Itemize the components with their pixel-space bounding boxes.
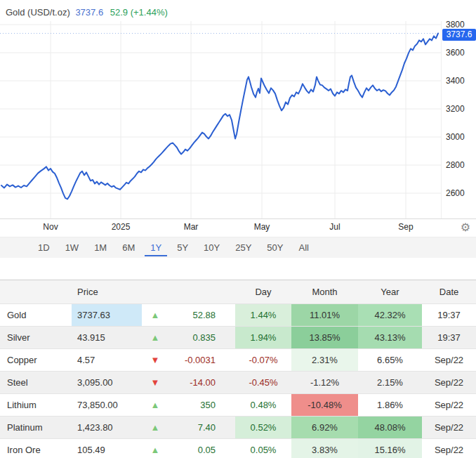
cell-year-percent: 43.13% bbox=[358, 327, 422, 349]
header-year: Year bbox=[358, 280, 422, 304]
commodities-table: Price Day Month Year Date Gold3737.63▲52… bbox=[0, 280, 476, 458]
cell-date: Sep/22 bbox=[422, 349, 476, 372]
spacer bbox=[0, 258, 476, 280]
cell-date: Sep/22 bbox=[422, 372, 476, 394]
cell-year-percent: 48.08% bbox=[358, 417, 422, 439]
table-row-platinum[interactable]: Platinum1,423.80▲7.400.52%6.92%48.08%Sep… bbox=[0, 417, 476, 439]
cell-name: Copper bbox=[0, 349, 72, 372]
header-empty bbox=[0, 280, 72, 304]
cell-month-percent: -1.12% bbox=[291, 372, 358, 394]
range-25y[interactable]: 25Y bbox=[230, 239, 257, 256]
cell-year-percent: 2.15% bbox=[358, 372, 422, 394]
range-1m[interactable]: 1M bbox=[88, 239, 112, 256]
cell-name: Platinum bbox=[0, 417, 72, 439]
header-arrow bbox=[142, 280, 168, 304]
cell-day-percent: 1.94% bbox=[235, 327, 291, 349]
chart-current-price: 3737.6 bbox=[75, 7, 103, 18]
range-1y[interactable]: 1Y bbox=[145, 239, 167, 256]
range-all[interactable]: All bbox=[293, 239, 314, 256]
cell-year-percent: 6.65% bbox=[358, 349, 422, 372]
x-axis-tick: 2025 bbox=[112, 222, 131, 232]
range-5y[interactable]: 5Y bbox=[171, 239, 194, 256]
y-axis-tick: 3600 bbox=[446, 48, 475, 58]
cell-month-percent: 11.01% bbox=[291, 304, 358, 327]
cell-date: 19:37 bbox=[422, 327, 476, 349]
range-10y[interactable]: 10Y bbox=[198, 239, 225, 256]
cell-year-percent: 15.16% bbox=[358, 439, 422, 458]
y-axis-tick: 2800 bbox=[446, 160, 475, 170]
current-price-tag: 3737.6 bbox=[442, 29, 476, 41]
cell-change: 7.40 bbox=[168, 417, 235, 439]
table-row-gold[interactable]: Gold3737.63▲52.881.44%11.01%42.32%19:37 bbox=[0, 304, 476, 327]
cell-name: Gold bbox=[0, 304, 72, 327]
header-date: Date bbox=[422, 280, 476, 304]
cell-day-percent: -0.45% bbox=[235, 372, 291, 394]
x-axis-row: Nov2025MarMayJulSep ⚙ bbox=[0, 219, 476, 237]
line-chart[interactable] bbox=[0, 0, 476, 219]
table-row-iron-ore[interactable]: Iron Ore105.49▲0.050.05%3.83%15.16%Sep/2… bbox=[0, 439, 476, 458]
x-axis-tick: Nov bbox=[43, 222, 58, 232]
range-6m[interactable]: 6M bbox=[117, 239, 140, 256]
x-axis-tick: Sep bbox=[398, 222, 413, 232]
up-arrow-icon: ▲ bbox=[142, 439, 168, 458]
header-price: Price bbox=[72, 280, 142, 304]
chart-header: Gold (USD/t.oz) 3737.6 52.9 (+1.44%) bbox=[6, 7, 172, 18]
cell-price: 105.49 bbox=[72, 439, 142, 458]
cell-year-percent: 42.32% bbox=[358, 304, 422, 327]
cell-date: Sep/22 bbox=[422, 439, 476, 458]
table-header-row: Price Day Month Year Date bbox=[0, 280, 476, 304]
cell-name: Silver bbox=[0, 327, 72, 349]
table-row-silver[interactable]: Silver43.915▲0.8351.94%13.85%43.13%19:37 bbox=[0, 327, 476, 349]
cell-change: 0.835 bbox=[168, 327, 235, 349]
cell-day-percent: 0.05% bbox=[235, 439, 291, 458]
cell-name: Iron Ore bbox=[0, 439, 72, 458]
cell-date: Sep/22 bbox=[422, 417, 476, 439]
header-month: Month bbox=[291, 280, 358, 304]
table-row-copper[interactable]: Copper4.57▼-0.0031-0.07%2.31%6.65%Sep/22 bbox=[0, 349, 476, 372]
cell-date: 19:37 bbox=[422, 304, 476, 327]
down-arrow-icon: ▼ bbox=[142, 372, 168, 394]
range-1w[interactable]: 1W bbox=[60, 239, 85, 256]
cell-price: 3,095.00 bbox=[72, 372, 142, 394]
y-axis-tick: 3200 bbox=[446, 104, 475, 114]
range-1d[interactable]: 1D bbox=[32, 239, 55, 256]
cell-change: 0.05 bbox=[168, 439, 235, 458]
x-axis-tick: Mar bbox=[184, 222, 199, 232]
y-axis-tick: 3800 bbox=[446, 20, 475, 30]
cell-date: Sep/22 bbox=[422, 394, 476, 417]
cell-name: Lithium bbox=[0, 394, 72, 417]
y-axis-divider bbox=[441, 21, 442, 218]
cell-price: 4.57 bbox=[72, 349, 142, 372]
chart-title: Gold (USD/t.oz) bbox=[6, 7, 70, 18]
cell-price: 1,423.80 bbox=[72, 417, 142, 439]
cell-change: 350 bbox=[168, 394, 235, 417]
up-arrow-icon: ▲ bbox=[142, 394, 168, 417]
up-arrow-icon: ▲ bbox=[142, 417, 168, 439]
cell-month-percent: 2.31% bbox=[291, 349, 358, 372]
cell-month-percent: 13.85% bbox=[291, 327, 358, 349]
cell-month-percent: 3.83% bbox=[291, 439, 358, 458]
cell-change: 52.88 bbox=[168, 304, 235, 327]
time-range-bar: 1D1W1M6M1Y5Y10Y25Y50YAll bbox=[0, 237, 476, 258]
table-row-lithium[interactable]: Lithium73,850.00▲3500.48%-10.48%1.86%Sep… bbox=[0, 394, 476, 417]
cell-change: -0.0031 bbox=[168, 349, 235, 372]
cell-price: 3737.63 bbox=[72, 304, 142, 327]
cell-month-percent: 6.92% bbox=[291, 417, 358, 439]
gear-icon[interactable]: ⚙ bbox=[461, 221, 470, 234]
x-axis-tick: May bbox=[254, 222, 270, 232]
up-arrow-icon: ▲ bbox=[142, 304, 168, 327]
table-row-steel[interactable]: Steel3,095.00▼-14.00-0.45%-1.12%2.15%Sep… bbox=[0, 372, 476, 394]
up-arrow-icon: ▲ bbox=[142, 327, 168, 349]
y-axis-tick: 2600 bbox=[446, 188, 475, 198]
cell-price: 73,850.00 bbox=[72, 394, 142, 417]
cell-change: -14.00 bbox=[168, 372, 235, 394]
x-axis-tick: Jul bbox=[329, 222, 340, 232]
header-day: Day bbox=[235, 280, 291, 304]
cell-year-percent: 1.86% bbox=[358, 394, 422, 417]
cell-name: Steel bbox=[0, 372, 72, 394]
cell-day-percent: 0.52% bbox=[235, 417, 291, 439]
cell-day-percent: 1.44% bbox=[235, 304, 291, 327]
y-axis-tick: 3400 bbox=[446, 76, 475, 86]
header-change bbox=[168, 280, 235, 304]
range-50y[interactable]: 50Y bbox=[261, 239, 289, 256]
